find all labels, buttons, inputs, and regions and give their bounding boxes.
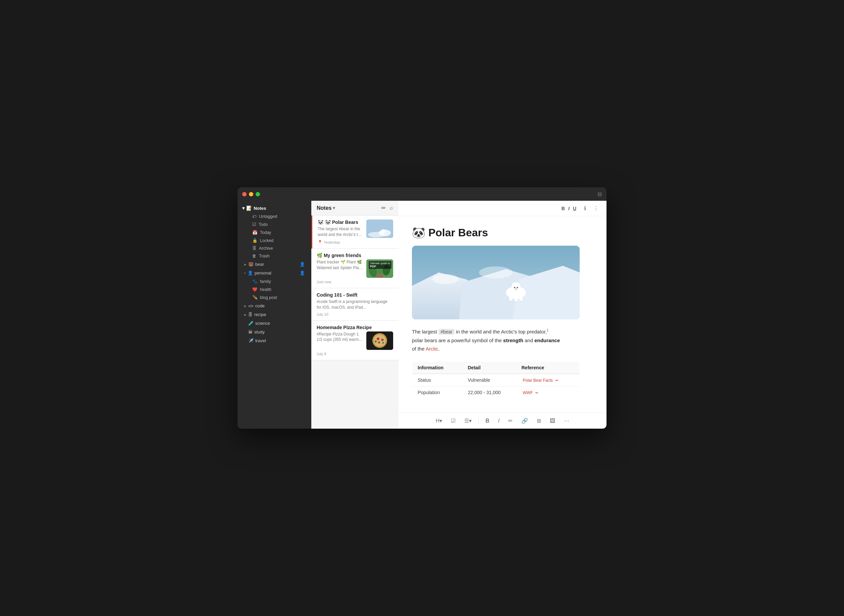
family-label: family xyxy=(260,279,271,284)
svg-point-29 xyxy=(517,287,518,288)
note-item-pizza[interactable]: Homemade Pizza Recipe #Recipe Pizza Doug… xyxy=(311,321,398,360)
svg-point-14 xyxy=(381,339,384,341)
title-bar-controls: ⊟ xyxy=(597,191,602,197)
note-emoji: 🐼 xyxy=(318,220,323,225)
note-item-green-friends[interactable]: 🌿 My green friends Plant tracker 🌱 Plant… xyxy=(311,249,398,288)
archive-icon: 🗄 xyxy=(252,246,257,251)
sidebar-item-today[interactable]: 📅 Today xyxy=(240,229,309,236)
note-item-title: 🐼 🐼 Polar Bears xyxy=(318,220,363,225)
sidebar-group-study[interactable]: ▶ 🏛 study xyxy=(240,328,309,336)
underline-format-btn[interactable]: U xyxy=(572,205,578,212)
traffic-lights xyxy=(242,192,260,197)
bold-format-btn[interactable]: B xyxy=(560,205,566,212)
highlight-button[interactable]: ✏ xyxy=(506,416,515,425)
close-button[interactable] xyxy=(242,192,247,197)
table-cell-info-1: Population xyxy=(412,386,463,399)
sidebar-item-untagged[interactable]: 🏷 Untagged xyxy=(240,213,309,220)
editor-content[interactable]: 🐼 Polar Bears xyxy=(398,216,606,412)
sidebar-item-health[interactable]: ❤️ health xyxy=(240,286,309,293)
sidebar-item-trash[interactable]: 🗑 Trash xyxy=(240,252,309,260)
editor-bottom-toolbar: H▾ ☑ ☰▾ B I ✏ 🔗 xyxy=(398,412,606,429)
table-row: Population 22,000 - 31,000 WWF ✏ xyxy=(412,386,580,399)
toolbar-separator xyxy=(478,418,479,424)
body-line3-before: of the xyxy=(412,346,426,352)
bear-icon: 🐻 xyxy=(248,262,254,267)
sidebar: ▾ 📝 Notes 🏷 Untagged ☑ Todo 📅 Today 🔒 Lo… xyxy=(238,201,311,429)
note-thumbnail-plants: Ultimate guide to PDF xyxy=(366,260,393,278)
link-button[interactable]: 🔗 xyxy=(519,416,530,425)
sidebar-group-recipe[interactable]: ▶ 🗄 recipe xyxy=(240,310,309,319)
sidebar-group-bear[interactable]: ▶ 🐻 bear 👤 xyxy=(240,260,309,268)
list-button[interactable]: ☰▾ xyxy=(462,416,473,425)
note-item-preview: The largest #bear in the world and the A… xyxy=(318,226,363,238)
svg-rect-9 xyxy=(376,273,383,278)
sidebar-item-label: Archive xyxy=(259,246,273,251)
note-item-date: July 10 xyxy=(317,312,393,316)
group-science-label: science xyxy=(255,321,270,326)
info-button[interactable]: ℹ xyxy=(583,204,587,213)
svg-rect-33 xyxy=(519,296,523,301)
pdf-label: PDF xyxy=(370,265,390,268)
heading-button[interactable]: H▾ xyxy=(434,416,444,425)
sidebar-item-archive[interactable]: 🗄 Archive xyxy=(240,245,309,252)
note-item-preview: Plant tracker 🌱 Plant 🌿 Watered last Spi… xyxy=(317,260,363,271)
add-group-icon[interactable]: 👤 xyxy=(300,262,305,267)
group-personal-label: personal xyxy=(254,270,271,276)
note-item-preview: #code Swift is a programming language fo… xyxy=(317,299,393,310)
arctic-link[interactable]: Arctic xyxy=(426,346,438,352)
body-between: and xyxy=(523,337,534,343)
compose-button[interactable]: ✏ xyxy=(381,205,386,211)
italic-format-btn[interactable]: I xyxy=(567,205,571,212)
sidebar-item-blog-post[interactable]: 🪶 blog post xyxy=(240,293,309,301)
table-cell-ref-1[interactable]: WWF ✏ xyxy=(516,386,580,399)
svg-point-28 xyxy=(514,287,515,288)
table-cell-ref-0[interactable]: Polar Bear Facts ✏ xyxy=(516,374,580,386)
note-item-preview: #Recipe Pizza Dough 1 1/2 cups (355 ml) … xyxy=(317,331,363,343)
tag-highlight[interactable]: #bear xyxy=(438,329,454,335)
svg-point-27 xyxy=(516,283,520,286)
sidebar-item-family[interactable]: 🐾 family xyxy=(240,277,309,285)
italic-button[interactable]: I xyxy=(496,417,501,425)
maximize-button[interactable] xyxy=(256,192,260,197)
note-item-date: July 8 xyxy=(317,352,393,356)
note-list-actions: ✏ ⌕ xyxy=(381,205,393,211)
table-cell-detail-1: 22,000 - 31,000 xyxy=(463,386,516,399)
svg-point-30 xyxy=(515,288,517,290)
sidebar-item-locked[interactable]: 🔒 Locked xyxy=(240,237,309,244)
checkbox-button[interactable]: ☑ xyxy=(449,416,457,425)
sliders-icon[interactable]: ⊟ xyxy=(597,191,602,197)
bold-button[interactable]: B xyxy=(484,417,491,425)
polar-bear-thumbnail-svg xyxy=(366,220,393,238)
group-study-label: study xyxy=(254,330,265,334)
minimize-button[interactable] xyxy=(249,192,253,197)
sidebar-group-personal[interactable]: ▾ 👤 personal 👤 xyxy=(240,269,309,277)
svg-point-13 xyxy=(377,337,379,340)
edit-ref-icon: ✏ xyxy=(556,378,559,383)
chevron-right-icon3: ▶ xyxy=(244,313,247,316)
checkbox-icon: ☑ xyxy=(252,222,256,227)
sidebar-group-science[interactable]: ▶ 🧪 science xyxy=(240,319,309,327)
sidebar-item-todo[interactable]: ☑ Todo xyxy=(240,220,309,228)
image-button[interactable]: 🖼 xyxy=(548,417,557,425)
sidebar-notes-label: Notes xyxy=(254,206,266,211)
svg-point-17 xyxy=(382,342,384,343)
more-options-button[interactable]: ⋮ xyxy=(593,204,600,213)
note-thumbnail xyxy=(366,220,393,238)
sidebar-notes-header[interactable]: ▾ 📝 Notes xyxy=(240,204,309,213)
add-personal-icon[interactable]: 👤 xyxy=(300,270,305,276)
edit-ref-icon-1: ✏ xyxy=(535,391,538,395)
note-list-dropdown-arrow[interactable]: ▾ xyxy=(333,205,335,210)
svg-point-12 xyxy=(374,334,386,346)
table-button[interactable]: ⊞ xyxy=(535,416,543,425)
search-button[interactable]: ⌕ xyxy=(390,205,393,211)
note-item-polar-bears[interactable]: 🐼 🐼 Polar Bears The largest #bear in the… xyxy=(311,216,398,249)
sidebar-group-code[interactable]: ▶ </> code xyxy=(240,302,309,310)
svg-point-15 xyxy=(378,342,380,343)
note-item-date: 📍 Yesterday xyxy=(318,240,393,244)
note-item-coding[interactable]: Coding 101 - Swift #code Swift is a prog… xyxy=(311,288,398,321)
more-tools-button[interactable]: ⋯ xyxy=(562,416,571,425)
sidebar-group-travel[interactable]: ▶ ✈️ travel xyxy=(240,336,309,345)
polar-bear-image xyxy=(412,246,580,320)
sidebar-item-label: Todo xyxy=(259,222,268,227)
travel-icon: ✈️ xyxy=(248,338,254,343)
